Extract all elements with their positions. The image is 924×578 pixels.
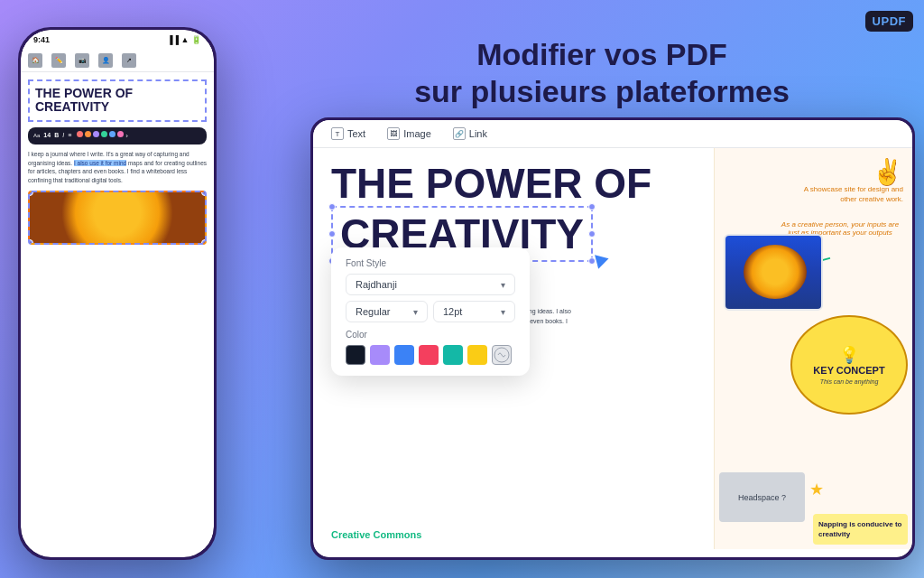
color-black[interactable] bbox=[346, 345, 365, 365]
color-orange[interactable] bbox=[85, 131, 91, 137]
phone-paragraph: I keep a journal where I write. It's a g… bbox=[28, 150, 207, 185]
image-icon[interactable]: 📷 bbox=[75, 53, 89, 68]
image-tool[interactable]: 🖼 Image bbox=[387, 127, 431, 140]
selection-dot-tr bbox=[201, 191, 207, 196]
chevron-down-icon: ▾ bbox=[501, 280, 505, 290]
lightbulb-icon: 💡 bbox=[839, 345, 859, 365]
main-headline: Modifier vos PDF sur plusieurs plateform… bbox=[298, 36, 906, 110]
sel-dot-tl bbox=[328, 203, 336, 210]
font-popup: Font Style Rajdhanji ▾ Regular ▾ 12pt ▾ bbox=[331, 247, 530, 376]
bold-button[interactable]: B bbox=[54, 131, 59, 140]
phone-toolbar[interactable]: 🏠 ✏️ 📷 👤 ↗ bbox=[21, 50, 214, 72]
color-green[interactable] bbox=[101, 131, 107, 137]
creative-commons-label: Creative Commons bbox=[331, 529, 421, 540]
color-yellow-swatch[interactable] bbox=[467, 345, 487, 365]
font-size-select[interactable]: 12pt ▾ bbox=[433, 301, 515, 322]
napping-box: Napping is conducive to creativity bbox=[813, 514, 908, 545]
font-name-value: Rajdhanji bbox=[356, 279, 397, 290]
size-chevron-icon: ▾ bbox=[501, 307, 505, 317]
home-icon[interactable]: 🏠 bbox=[28, 53, 42, 68]
napping-text: Napping is conducive to creativity bbox=[818, 520, 901, 538]
color-blue-swatch[interactable] bbox=[394, 345, 414, 365]
text-tool-icon: T bbox=[331, 127, 344, 140]
phone-image bbox=[28, 191, 207, 245]
phone-screen: 9:41 ▐▐ ▲ 🔋 🏠 ✏️ 📷 👤 ↗ THE POWER OF CREA… bbox=[21, 30, 214, 557]
color-purple-swatch[interactable] bbox=[370, 345, 390, 365]
font-size: 14 bbox=[43, 131, 51, 140]
sunflower-background bbox=[30, 192, 205, 243]
key-concept-sub: This can be anything bbox=[820, 378, 879, 385]
headspace-box: Headspace ? bbox=[719, 472, 805, 522]
user-icon[interactable]: 👤 bbox=[98, 53, 113, 68]
font-label: Aa bbox=[33, 132, 40, 139]
phone-title-box: THE POWER OF CREATIVITY bbox=[28, 79, 207, 122]
share-icon[interactable]: ↗ bbox=[122, 53, 136, 68]
link-tool-label: Link bbox=[469, 128, 487, 139]
phone-status-bar: 9:41 ▐▐ ▲ 🔋 bbox=[21, 30, 214, 50]
image-tool-label: Image bbox=[403, 128, 431, 139]
color-teal-swatch[interactable] bbox=[443, 345, 463, 365]
tablet-right-panel: ✌️ A showcase site for design and other … bbox=[714, 148, 912, 549]
link-tool[interactable]: 🔗 Link bbox=[453, 127, 487, 140]
color-purple[interactable] bbox=[93, 131, 99, 137]
sel-dot-mr bbox=[588, 230, 596, 238]
font-style-row: Regular ▾ 12pt ▾ bbox=[346, 301, 515, 322]
edit-icon[interactable]: ✏️ bbox=[51, 53, 66, 68]
key-concept-title: KEY CONCEPT bbox=[813, 365, 884, 376]
color-custom[interactable] bbox=[492, 345, 512, 365]
font-popup-label: Font Style bbox=[346, 258, 515, 268]
phone-formatting-bar[interactable]: Aa 14 B I ≡ › bbox=[28, 127, 207, 144]
color-pink[interactable] bbox=[117, 131, 124, 137]
tablet-toolbar[interactable]: T Text 🖼 Image 🔗 Link bbox=[313, 120, 912, 148]
selection-dot-bl bbox=[28, 239, 33, 245]
color-red-swatch[interactable] bbox=[419, 345, 439, 365]
phone-content: THE POWER OF CREATIVITY Aa 14 B I ≡ bbox=[21, 72, 214, 252]
tablet-mockup: T Text 🖼 Image 🔗 Link THE POWER OF bbox=[310, 117, 915, 560]
sel-dot-ml bbox=[328, 230, 336, 238]
color-swatches bbox=[346, 345, 515, 365]
font-name-select[interactable]: Rajdhanji ▾ bbox=[346, 274, 515, 295]
key-concept-bubble: 💡 KEY CONCEPT This can be anything bbox=[790, 315, 908, 415]
list-button[interactable]: ≡ bbox=[68, 131, 71, 140]
status-icons: ▐▐ ▲ 🔋 bbox=[167, 35, 201, 44]
phone-mockup: 9:41 ▐▐ ▲ 🔋 🏠 ✏️ 📷 👤 ↗ THE POWER OF CREA… bbox=[18, 27, 217, 560]
custom-color-icon bbox=[493, 346, 511, 364]
sunflower-center bbox=[744, 245, 807, 299]
sunflower-image bbox=[724, 234, 823, 311]
sel-dot-tr bbox=[588, 203, 596, 210]
text-tool-label: Text bbox=[347, 128, 365, 139]
selection-dot-br bbox=[201, 239, 207, 245]
color-blue[interactable] bbox=[109, 131, 116, 137]
cursor-icon bbox=[592, 255, 609, 271]
color-red[interactable] bbox=[77, 131, 83, 137]
logo-text: UPDF bbox=[873, 14, 906, 28]
headline-line1: Modifier vos PDF bbox=[298, 36, 906, 73]
italic-button[interactable]: I bbox=[62, 131, 64, 140]
hand-emoji: ✌️ bbox=[872, 157, 903, 187]
font-size-value: 12pt bbox=[443, 306, 462, 317]
more-colors[interactable]: › bbox=[125, 131, 128, 141]
highlighted-text: I also use it for mind bbox=[74, 160, 126, 166]
headline-line2: sur plusieurs plateformes bbox=[298, 73, 906, 110]
star-doodle: ★ bbox=[809, 480, 824, 499]
link-tool-icon: 🔗 bbox=[453, 127, 466, 140]
image-tool-icon: 🖼 bbox=[387, 127, 400, 140]
headspace-label: Headspace ? bbox=[738, 493, 786, 502]
tablet-title-line1: THE POWER OF bbox=[331, 163, 696, 204]
tablet-screen: T Text 🖼 Image 🔗 Link THE POWER OF bbox=[313, 120, 912, 557]
status-time: 9:41 bbox=[33, 35, 50, 44]
text-tool[interactable]: T Text bbox=[331, 127, 365, 140]
font-style-select[interactable]: Regular ▾ bbox=[346, 301, 428, 322]
showcase-text: A showcase site for design and other cre… bbox=[795, 184, 903, 204]
tablet-content: THE POWER OF CREATIVITY bbox=[313, 148, 912, 549]
color-label: Color bbox=[346, 330, 515, 340]
color-dots: › bbox=[77, 131, 128, 141]
tablet-main: THE POWER OF CREATIVITY bbox=[313, 148, 714, 549]
updf-logo: UPDF bbox=[865, 11, 913, 32]
phone-title: THE POWER OF CREATIVITY bbox=[35, 87, 199, 115]
font-style-value: Regular bbox=[356, 306, 391, 317]
style-chevron-icon: ▾ bbox=[413, 307, 418, 317]
